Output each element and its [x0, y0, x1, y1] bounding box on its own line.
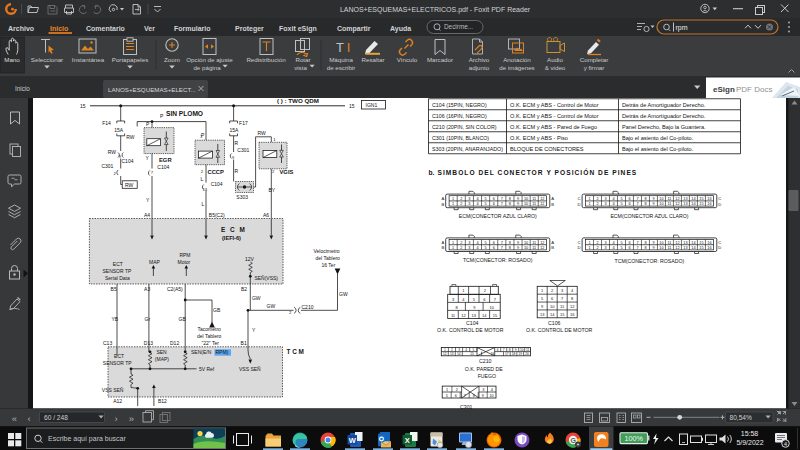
svg-text:9: 9: [652, 202, 654, 206]
svg-text:T: T: [336, 40, 344, 55]
svg-text:15: 15: [699, 197, 703, 201]
svg-text:20: 20: [525, 352, 529, 356]
svg-text:12: 12: [443, 352, 447, 356]
svg-text:ECT: ECT: [114, 353, 124, 359]
svg-text:Formulario: Formulario: [174, 25, 211, 32]
svg-text:FUEGO: FUEGO: [478, 373, 496, 379]
svg-text:11: 11: [532, 246, 536, 250]
svg-text:C210 (20PIN, SIN COLOR): C210 (20PIN, SIN COLOR): [432, 124, 497, 130]
svg-text:(IEFI-6): (IEFI-6): [222, 235, 241, 241]
svg-text:5: 5: [620, 197, 622, 201]
svg-text:eSign: eSign: [713, 85, 735, 94]
svg-text:D: D: [578, 245, 581, 250]
svg-text:1: 1: [588, 197, 590, 201]
svg-text:C: C: [578, 240, 581, 245]
svg-text:A6: A6: [263, 212, 269, 218]
svg-text:4: 4: [476, 246, 478, 250]
svg-text:Compartir: Compartir: [337, 25, 371, 33]
svg-text:15: 15: [699, 202, 703, 206]
svg-text:Detrás de Amortiguador Derecho: Detrás de Amortiguador Derecho.: [622, 113, 706, 119]
svg-text:8: 8: [509, 246, 511, 250]
svg-text:RW: RW: [258, 130, 267, 136]
svg-text:3: 3: [468, 197, 470, 201]
svg-text:4: 4: [612, 246, 614, 250]
svg-text:C: C: [718, 240, 721, 245]
svg-text:2: 2: [460, 202, 462, 206]
svg-text:4: 4: [465, 348, 467, 352]
svg-text:3: 3: [468, 241, 470, 245]
svg-text:12: 12: [570, 304, 575, 309]
svg-text:L: L: [201, 176, 204, 182]
svg-text:SEN: SEN: [156, 349, 167, 355]
svg-text:Tacometro: Tacometro: [198, 326, 222, 332]
svg-text:6: 6: [493, 197, 495, 201]
svg-text:10: 10: [659, 246, 663, 250]
svg-text:MAP: MAP: [149, 259, 161, 265]
svg-text:8: 8: [473, 394, 475, 398]
svg-text:»: »: [129, 413, 134, 424]
svg-text:Anotación: Anotación: [503, 56, 531, 63]
svg-text:13: 13: [450, 352, 454, 356]
svg-text:15: 15: [470, 352, 474, 356]
svg-text:LANOS+ESQUEMAS+ELECT...: LANOS+ESQUEMAS+ELECT...: [108, 86, 196, 93]
svg-text:5: 5: [620, 246, 622, 250]
svg-text:Decirme...: Decirme...: [444, 23, 473, 30]
svg-text:7: 7: [636, 246, 638, 250]
svg-text:YB: YB: [112, 316, 119, 322]
svg-text:SIN PLOMO: SIN PLOMO: [166, 110, 203, 117]
svg-text:SENSOR TP: SENSOR TP: [103, 360, 132, 366]
svg-text:adjunto: adjunto: [469, 64, 490, 71]
svg-text:12: 12: [540, 246, 544, 250]
svg-text:12: 12: [675, 241, 679, 245]
svg-text:A: A: [441, 240, 444, 245]
svg-text:2: 2: [596, 202, 598, 206]
svg-text:6: 6: [497, 348, 499, 352]
svg-text:GW: GW: [252, 295, 261, 301]
svg-text:11: 11: [532, 197, 536, 201]
svg-text:5/9/2022: 5/9/2022: [736, 439, 763, 446]
svg-text:14: 14: [691, 241, 695, 245]
svg-text:B5: B5: [111, 286, 117, 292]
svg-text:1: 1: [588, 241, 590, 245]
svg-text:11: 11: [667, 246, 671, 250]
svg-text:TCM(CONECTOR: ROSADO): TCM(CONECTOR: ROSADO): [615, 258, 685, 264]
svg-text:BY: BY: [269, 187, 276, 193]
svg-text:12: 12: [675, 197, 679, 201]
svg-text:2: 2: [460, 246, 462, 250]
svg-text:13: 13: [683, 197, 687, 201]
svg-text:B: B: [441, 245, 444, 250]
svg-text:D13: D13: [144, 340, 153, 346]
svg-text:BLOQUE DE CONECTORES: BLOQUE DE CONECTORES: [510, 146, 584, 152]
svg-text:Velocimetro: Velocimetro: [314, 248, 340, 254]
svg-text:‹: ‹: [27, 413, 30, 424]
svg-text:15:58: 15:58: [741, 430, 759, 437]
svg-text:7: 7: [501, 246, 503, 250]
svg-text:7: 7: [636, 202, 638, 206]
svg-text:C104: C104: [157, 164, 169, 170]
svg-text:4: 4: [612, 202, 614, 206]
svg-text:14: 14: [457, 352, 461, 356]
svg-text:Inicio: Inicio: [50, 25, 68, 32]
svg-text:"22" Ter: "22" Ter: [202, 340, 220, 346]
svg-text:9: 9: [482, 394, 484, 398]
svg-text:( ) : TWO QDM: ( ) : TWO QDM: [277, 97, 319, 104]
svg-text:15: 15: [493, 313, 498, 318]
svg-text:A: A: [551, 196, 554, 201]
svg-text:5: 5: [620, 241, 622, 245]
svg-text:2: 2: [460, 241, 462, 245]
svg-text:13: 13: [683, 241, 687, 245]
svg-text:IGN1: IGN1: [366, 102, 378, 108]
svg-text:6: 6: [493, 246, 495, 250]
svg-text:10: 10: [524, 246, 528, 250]
svg-text:Proteger: Proteger: [235, 25, 264, 33]
svg-text:D: D: [578, 202, 581, 207]
svg-text:EGR: EGR: [159, 157, 172, 163]
svg-text:Rotar: Rotar: [295, 56, 310, 63]
svg-text:13: 13: [683, 202, 687, 206]
svg-text:Bajo el asiento del Co-piloto.: Bajo el asiento del Co-piloto.: [622, 146, 694, 152]
svg-text:C106 (16PIN, NEGRO): C106 (16PIN, NEGRO): [432, 113, 487, 119]
svg-text:3: 3: [604, 202, 606, 206]
svg-text:7: 7: [501, 241, 503, 245]
svg-text:15: 15: [560, 312, 565, 317]
svg-text:Panel Derecho, Bajo la Guanter: Panel Derecho, Bajo la Guantera.: [622, 124, 706, 130]
